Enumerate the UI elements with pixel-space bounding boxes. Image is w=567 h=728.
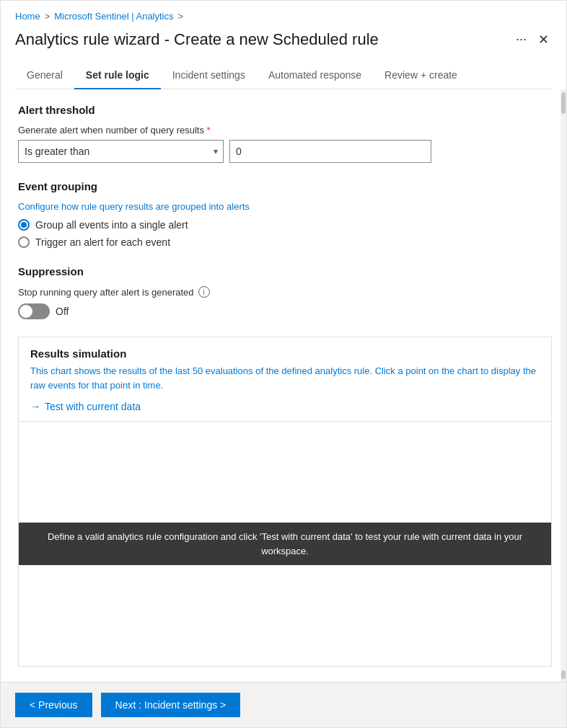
page-wrapper: Home > Microsoft Sentinel | Analytics > … (0, 0, 567, 728)
tab-general[interactable]: General (15, 62, 74, 89)
suppression-title: Suppression (18, 265, 552, 278)
alert-threshold-field-label: Generate alert when number of query resu… (18, 125, 552, 136)
threshold-select-wrapper: Is greater than Is less than Is equal to… (18, 140, 224, 163)
threshold-select[interactable]: Is greater than Is less than Is equal to (18, 140, 224, 163)
test-with-current-data-link[interactable]: → Test with current data (19, 401, 551, 421)
simulation-header: Results simulation This chart shows the … (19, 337, 551, 392)
suppression-section: Suppression Stop running query after ale… (18, 265, 552, 319)
simulation-title: Results simulation (30, 347, 540, 360)
breadcrumb: Home > Microsoft Sentinel | Analytics > (15, 11, 552, 22)
header: Home > Microsoft Sentinel | Analytics > … (1, 1, 566, 89)
chart-area: Define a valid analytics rule configurat… (19, 421, 551, 666)
footer: < Previous Next : Incident settings > (1, 682, 566, 727)
radio-label-each-event: Trigger an alert for each event (35, 236, 170, 248)
content-area: Alert threshold Generate alert when numb… (1, 89, 561, 682)
radio-circle-each-event (18, 236, 30, 248)
tab-review-create[interactable]: Review + create (373, 62, 469, 89)
breadcrumb-sentinel[interactable]: Microsoft Sentinel | Analytics (54, 11, 173, 22)
alert-threshold-section: Alert threshold Generate alert when numb… (18, 104, 552, 163)
page-title: Analytics rule wizard - Create a new Sch… (15, 30, 513, 49)
event-grouping-description: Configure how rule query results are gro… (18, 201, 552, 212)
scrollbar-thumb-bottom[interactable] (561, 670, 566, 679)
radio-circle-single-alert (18, 219, 30, 231)
arrow-right-icon: → (30, 401, 40, 412)
threshold-row: Is greater than Is less than Is equal to… (18, 140, 552, 163)
main-content: Alert threshold Generate alert when numb… (1, 89, 566, 682)
tabs: General Set rule logic Incident settings… (15, 61, 552, 89)
scrollbar-track[interactable] (561, 89, 566, 682)
simulation-description: This chart shows the results of the last… (30, 364, 540, 392)
chart-message-bar: Define a valid analytics rule configurat… (19, 523, 551, 565)
toggle-row: Off (18, 303, 552, 319)
previous-button[interactable]: < Previous (15, 693, 92, 717)
suppression-info-icon[interactable]: i (198, 286, 210, 298)
toggle-knob (19, 305, 32, 318)
threshold-number-input[interactable] (229, 140, 431, 163)
event-grouping-section: Event grouping Configure how rule query … (18, 180, 552, 248)
breadcrumb-sep2: > (178, 11, 184, 22)
test-link-label: Test with current data (45, 401, 141, 412)
tab-set-rule-logic[interactable]: Set rule logic (74, 62, 161, 89)
chart-empty-upper (19, 422, 551, 523)
chart-empty-lower (19, 565, 551, 666)
breadcrumb-home[interactable]: Home (15, 11, 40, 22)
scrollbar-thumb-top[interactable] (561, 92, 566, 114)
title-actions: ··· ✕ (513, 29, 552, 50)
suppression-toggle[interactable] (18, 303, 50, 319)
event-grouping-radio-group: Group all events into a single alert Tri… (18, 219, 552, 248)
next-button[interactable]: Next : Incident settings > (101, 693, 241, 717)
chart-message-text: Define a valid analytics rule configurat… (48, 531, 522, 556)
alert-threshold-title: Alert threshold (18, 104, 552, 116)
radio-dot-single-alert (21, 222, 27, 228)
suppression-label: Stop running query after alert is genera… (18, 286, 552, 298)
page-title-row: Analytics rule wizard - Create a new Sch… (15, 29, 552, 50)
radio-label-single-alert: Group all events into a single alert (35, 219, 188, 231)
breadcrumb-sep1: > (45, 11, 50, 22)
required-indicator: * (207, 125, 211, 136)
more-options-button[interactable]: ··· (513, 29, 529, 50)
toggle-state-label: Off (56, 306, 69, 317)
tab-automated-response[interactable]: Automated response (257, 62, 373, 89)
close-button[interactable]: ✕ (535, 30, 552, 49)
radio-each-event[interactable]: Trigger an alert for each event (18, 236, 552, 248)
tab-incident-settings[interactable]: Incident settings (161, 62, 257, 89)
results-simulation-section: Results simulation This chart shows the … (18, 337, 552, 667)
radio-single-alert[interactable]: Group all events into a single alert (18, 219, 552, 231)
event-grouping-title: Event grouping (18, 180, 552, 192)
